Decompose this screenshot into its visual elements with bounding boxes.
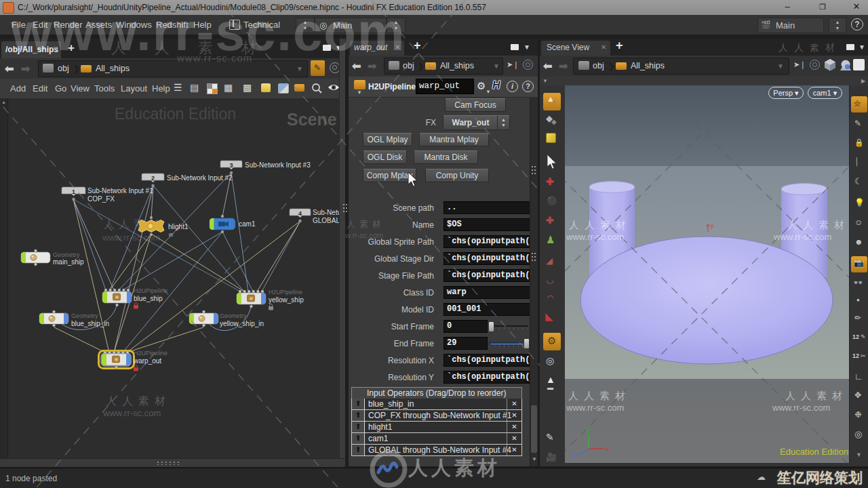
svg-text:1: 1 [72,188,75,195]
svg-text:COP_FX: COP_FX [87,195,115,203]
svg-text:Geometry: Geometry [71,312,98,319]
svg-text:2: 2 [151,175,155,182]
svg-text:warp_out: warp_out [133,357,161,365]
svg-text:3: 3 [229,162,233,169]
svg-text:Sub-Network Input #3: Sub-Network Input #3 [245,161,311,169]
svg-text:yellow_ship: yellow_ship [269,296,304,304]
svg-text:H2UPipeline: H2UPipeline [269,289,302,296]
svg-text:hlight1: hlight1 [168,223,189,230]
svg-text:Geometry: Geometry [53,251,80,258]
svg-text:Sub-Network Input #2: Sub-Network Input #2 [167,174,233,182]
svg-text:x: x [606,446,609,453]
svg-text:Sub-Network Input #1: Sub-Network Input #1 [87,187,153,195]
svg-text:H2UPipeline: H2UPipeline [134,350,167,357]
svg-text:blue_ship: blue_ship [134,295,163,302]
svg-text:y: y [711,222,714,229]
svg-text:y: y [586,426,589,433]
svg-text:z: z [574,452,577,459]
svg-text:Geometry: Geometry [220,312,247,319]
svg-text:H2UPipeline: H2UPipeline [134,287,167,294]
svg-text:4: 4 [298,210,302,217]
svg-text:blue_ship_in: blue_ship_in [71,320,109,327]
svg-text:GLOBAL: GLOBAL [313,217,340,224]
svg-text:main_ship: main_ship [53,258,84,266]
svg-text:cam1: cam1 [239,220,256,228]
svg-text:yellow_ship_in: yellow_ship_in [220,320,264,327]
